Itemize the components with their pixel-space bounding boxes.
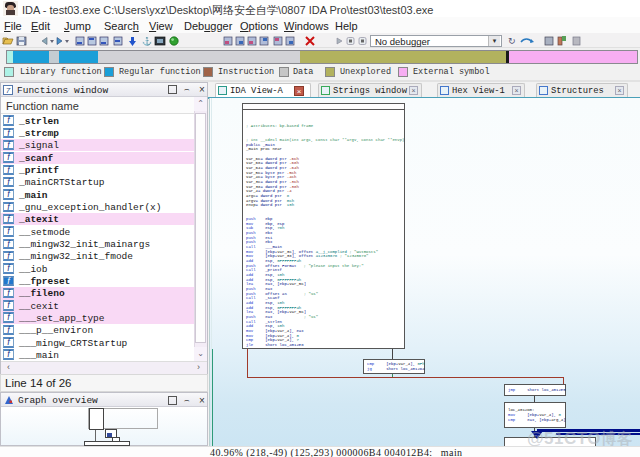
svg-text:↻: ↻ xyxy=(508,36,516,46)
svg-text:⚓: ⚓ xyxy=(142,36,152,46)
